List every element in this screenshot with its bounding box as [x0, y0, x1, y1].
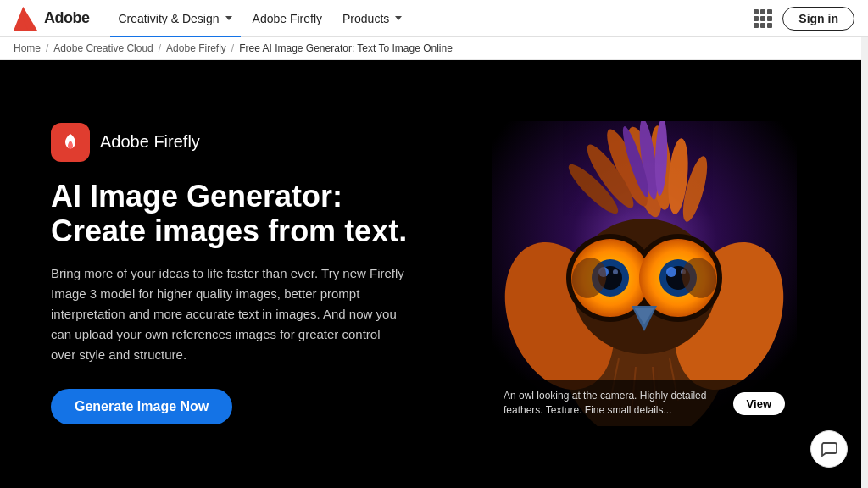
breadcrumb-current: Free AI Image Generator: Text To Image O…: [239, 42, 453, 54]
firefly-logo-svg: [58, 130, 82, 154]
chevron-down-icon: [225, 16, 232, 20]
hero-title: AI Image Generator: Create images from t…: [51, 179, 458, 249]
generate-image-button[interactable]: Generate Image Now: [51, 389, 232, 424]
chevron-down-icon-products: [395, 16, 402, 20]
firefly-label: Adobe Firefly: [100, 132, 200, 152]
chat-icon: [820, 440, 838, 458]
view-button[interactable]: View: [733, 392, 785, 415]
main-content: Adobe Firefly AI Image Generator: Create…: [0, 60, 868, 487]
adobe-logo[interactable]: Adobe: [14, 7, 90, 30]
breadcrumb-home[interactable]: Home: [14, 42, 41, 54]
adobe-wordmark: Adobe: [44, 9, 90, 27]
svg-point-26: [666, 267, 676, 277]
caption-text: An owl looking at the camera. Highly det…: [504, 389, 725, 418]
firefly-icon: [51, 123, 90, 162]
apps-grid-icon[interactable]: [754, 9, 772, 28]
breadcrumb-creative-cloud[interactable]: Adobe Creative Cloud: [53, 42, 153, 54]
nav-item-creativity[interactable]: Creativity & Design: [110, 0, 241, 37]
nav-item-firefly[interactable]: Adobe Firefly: [244, 0, 331, 37]
adobe-logo-icon: [14, 7, 37, 30]
hero-description: Bring more of your ideas to life faster …: [51, 263, 407, 365]
breadcrumb: Home / Adobe Creative Cloud / Adobe Fire…: [0, 37, 868, 60]
hero-image-card: An owl looking at the camera. Highly det…: [492, 121, 797, 426]
nav-items: Creativity & Design Adobe Firefly Produc…: [110, 0, 754, 37]
navbar: Adobe Creativity & Design Adobe Firefly …: [0, 0, 868, 37]
nav-item-products[interactable]: Products: [334, 0, 410, 37]
chat-button[interactable]: [810, 430, 848, 468]
svg-point-27: [613, 269, 618, 274]
scrollbar-track[interactable]: [861, 0, 868, 488]
hero-left: Adobe Firefly AI Image Generator: Create…: [51, 123, 458, 425]
breadcrumb-firefly[interactable]: Adobe Firefly: [166, 42, 226, 54]
firefly-brand: Adobe Firefly: [51, 123, 458, 162]
sign-in-button[interactable]: Sign in: [782, 7, 854, 30]
image-caption: An owl looking at the camera. Highly det…: [492, 380, 797, 426]
nav-right: Sign in: [754, 7, 854, 30]
